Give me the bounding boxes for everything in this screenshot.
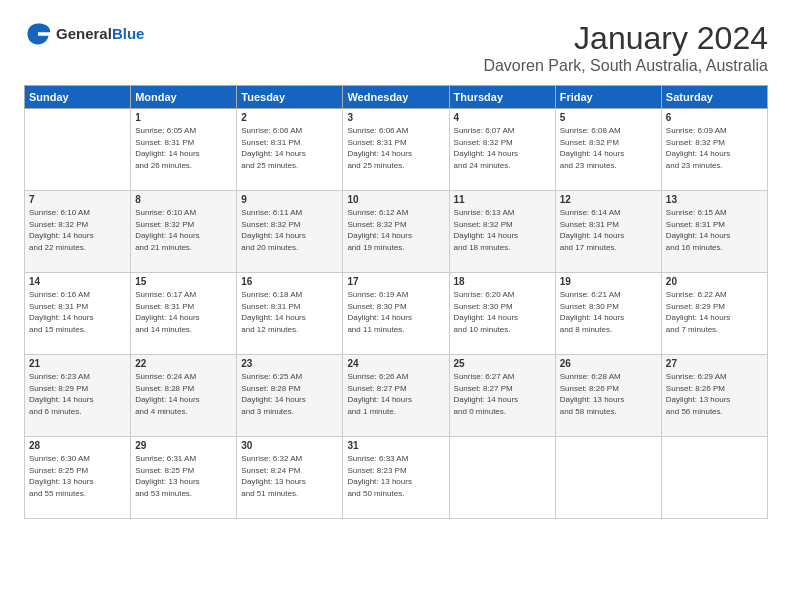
logo: GeneralBlue: [24, 20, 144, 48]
day-cell: 6Sunrise: 6:09 AM Sunset: 8:32 PM Daylig…: [661, 109, 767, 191]
day-number: 10: [347, 194, 444, 205]
day-number: 23: [241, 358, 338, 369]
day-number: 9: [241, 194, 338, 205]
day-cell: 13Sunrise: 6:15 AM Sunset: 8:31 PM Dayli…: [661, 191, 767, 273]
day-number: 29: [135, 440, 232, 451]
header-cell-sunday: Sunday: [25, 86, 131, 109]
day-number: 14: [29, 276, 126, 287]
day-cell: 5Sunrise: 6:08 AM Sunset: 8:32 PM Daylig…: [555, 109, 661, 191]
day-cell: 24Sunrise: 6:26 AM Sunset: 8:27 PM Dayli…: [343, 355, 449, 437]
day-info: Sunrise: 6:21 AM Sunset: 8:30 PM Dayligh…: [560, 289, 657, 335]
day-cell: 20Sunrise: 6:22 AM Sunset: 8:29 PM Dayli…: [661, 273, 767, 355]
header-cell-monday: Monday: [131, 86, 237, 109]
day-cell: 8Sunrise: 6:10 AM Sunset: 8:32 PM Daylig…: [131, 191, 237, 273]
day-number: 8: [135, 194, 232, 205]
day-number: 15: [135, 276, 232, 287]
day-number: 12: [560, 194, 657, 205]
day-info: Sunrise: 6:25 AM Sunset: 8:28 PM Dayligh…: [241, 371, 338, 417]
header-cell-wednesday: Wednesday: [343, 86, 449, 109]
day-cell: [555, 437, 661, 519]
day-info: Sunrise: 6:06 AM Sunset: 8:31 PM Dayligh…: [241, 125, 338, 171]
logo-general: General: [56, 25, 112, 42]
day-number: 17: [347, 276, 444, 287]
day-cell: 29Sunrise: 6:31 AM Sunset: 8:25 PM Dayli…: [131, 437, 237, 519]
header: GeneralBlue January 2024 Davoren Park, S…: [24, 20, 768, 75]
day-cell: 23Sunrise: 6:25 AM Sunset: 8:28 PM Dayli…: [237, 355, 343, 437]
day-number: 22: [135, 358, 232, 369]
day-info: Sunrise: 6:16 AM Sunset: 8:31 PM Dayligh…: [29, 289, 126, 335]
day-cell: 15Sunrise: 6:17 AM Sunset: 8:31 PM Dayli…: [131, 273, 237, 355]
day-info: Sunrise: 6:30 AM Sunset: 8:25 PM Dayligh…: [29, 453, 126, 499]
page: GeneralBlue January 2024 Davoren Park, S…: [0, 0, 792, 612]
day-info: Sunrise: 6:05 AM Sunset: 8:31 PM Dayligh…: [135, 125, 232, 171]
day-number: 20: [666, 276, 763, 287]
day-number: 4: [454, 112, 551, 123]
day-info: Sunrise: 6:10 AM Sunset: 8:32 PM Dayligh…: [135, 207, 232, 253]
title-block: January 2024 Davoren Park, South Austral…: [483, 20, 768, 75]
week-row-2: 14Sunrise: 6:16 AM Sunset: 8:31 PM Dayli…: [25, 273, 768, 355]
day-cell: 3Sunrise: 6:06 AM Sunset: 8:31 PM Daylig…: [343, 109, 449, 191]
logo-icon: [24, 20, 52, 48]
day-cell: 21Sunrise: 6:23 AM Sunset: 8:29 PM Dayli…: [25, 355, 131, 437]
day-info: Sunrise: 6:26 AM Sunset: 8:27 PM Dayligh…: [347, 371, 444, 417]
day-cell: 19Sunrise: 6:21 AM Sunset: 8:30 PM Dayli…: [555, 273, 661, 355]
day-cell: 22Sunrise: 6:24 AM Sunset: 8:28 PM Dayli…: [131, 355, 237, 437]
day-cell: 9Sunrise: 6:11 AM Sunset: 8:32 PM Daylig…: [237, 191, 343, 273]
day-number: 11: [454, 194, 551, 205]
header-cell-saturday: Saturday: [661, 86, 767, 109]
day-number: 2: [241, 112, 338, 123]
day-info: Sunrise: 6:28 AM Sunset: 8:26 PM Dayligh…: [560, 371, 657, 417]
day-info: Sunrise: 6:18 AM Sunset: 8:31 PM Dayligh…: [241, 289, 338, 335]
week-row-0: 1Sunrise: 6:05 AM Sunset: 8:31 PM Daylig…: [25, 109, 768, 191]
day-cell: 12Sunrise: 6:14 AM Sunset: 8:31 PM Dayli…: [555, 191, 661, 273]
day-number: 13: [666, 194, 763, 205]
day-number: 7: [29, 194, 126, 205]
day-cell: 4Sunrise: 6:07 AM Sunset: 8:32 PM Daylig…: [449, 109, 555, 191]
day-info: Sunrise: 6:31 AM Sunset: 8:25 PM Dayligh…: [135, 453, 232, 499]
day-cell: 2Sunrise: 6:06 AM Sunset: 8:31 PM Daylig…: [237, 109, 343, 191]
day-cell: 30Sunrise: 6:32 AM Sunset: 8:24 PM Dayli…: [237, 437, 343, 519]
day-number: 1: [135, 112, 232, 123]
day-number: 18: [454, 276, 551, 287]
day-info: Sunrise: 6:29 AM Sunset: 8:26 PM Dayligh…: [666, 371, 763, 417]
day-info: Sunrise: 6:13 AM Sunset: 8:32 PM Dayligh…: [454, 207, 551, 253]
day-info: Sunrise: 6:32 AM Sunset: 8:24 PM Dayligh…: [241, 453, 338, 499]
day-info: Sunrise: 6:23 AM Sunset: 8:29 PM Dayligh…: [29, 371, 126, 417]
month-title: January 2024: [483, 20, 768, 57]
day-info: Sunrise: 6:24 AM Sunset: 8:28 PM Dayligh…: [135, 371, 232, 417]
day-info: Sunrise: 6:20 AM Sunset: 8:30 PM Dayligh…: [454, 289, 551, 335]
day-info: Sunrise: 6:15 AM Sunset: 8:31 PM Dayligh…: [666, 207, 763, 253]
logo-text: GeneralBlue: [56, 25, 144, 43]
day-cell: 17Sunrise: 6:19 AM Sunset: 8:30 PM Dayli…: [343, 273, 449, 355]
day-info: Sunrise: 6:12 AM Sunset: 8:32 PM Dayligh…: [347, 207, 444, 253]
day-info: Sunrise: 6:11 AM Sunset: 8:32 PM Dayligh…: [241, 207, 338, 253]
day-number: 5: [560, 112, 657, 123]
day-info: Sunrise: 6:14 AM Sunset: 8:31 PM Dayligh…: [560, 207, 657, 253]
day-number: 25: [454, 358, 551, 369]
week-row-1: 7Sunrise: 6:10 AM Sunset: 8:32 PM Daylig…: [25, 191, 768, 273]
day-cell: [25, 109, 131, 191]
day-number: 6: [666, 112, 763, 123]
day-cell: 14Sunrise: 6:16 AM Sunset: 8:31 PM Dayli…: [25, 273, 131, 355]
day-cell: 28Sunrise: 6:30 AM Sunset: 8:25 PM Dayli…: [25, 437, 131, 519]
week-row-3: 21Sunrise: 6:23 AM Sunset: 8:29 PM Dayli…: [25, 355, 768, 437]
logo-blue: Blue: [112, 25, 145, 42]
day-info: Sunrise: 6:17 AM Sunset: 8:31 PM Dayligh…: [135, 289, 232, 335]
day-cell: 7Sunrise: 6:10 AM Sunset: 8:32 PM Daylig…: [25, 191, 131, 273]
day-number: 16: [241, 276, 338, 287]
day-info: Sunrise: 6:09 AM Sunset: 8:32 PM Dayligh…: [666, 125, 763, 171]
day-number: 3: [347, 112, 444, 123]
day-cell: 18Sunrise: 6:20 AM Sunset: 8:30 PM Dayli…: [449, 273, 555, 355]
day-number: 27: [666, 358, 763, 369]
day-number: 19: [560, 276, 657, 287]
day-cell: 31Sunrise: 6:33 AM Sunset: 8:23 PM Dayli…: [343, 437, 449, 519]
day-info: Sunrise: 6:06 AM Sunset: 8:31 PM Dayligh…: [347, 125, 444, 171]
day-info: Sunrise: 6:27 AM Sunset: 8:27 PM Dayligh…: [454, 371, 551, 417]
day-info: Sunrise: 6:33 AM Sunset: 8:23 PM Dayligh…: [347, 453, 444, 499]
day-cell: 27Sunrise: 6:29 AM Sunset: 8:26 PM Dayli…: [661, 355, 767, 437]
header-row: SundayMondayTuesdayWednesdayThursdayFrid…: [25, 86, 768, 109]
day-info: Sunrise: 6:07 AM Sunset: 8:32 PM Dayligh…: [454, 125, 551, 171]
day-cell: 25Sunrise: 6:27 AM Sunset: 8:27 PM Dayli…: [449, 355, 555, 437]
day-cell: 10Sunrise: 6:12 AM Sunset: 8:32 PM Dayli…: [343, 191, 449, 273]
header-cell-friday: Friday: [555, 86, 661, 109]
